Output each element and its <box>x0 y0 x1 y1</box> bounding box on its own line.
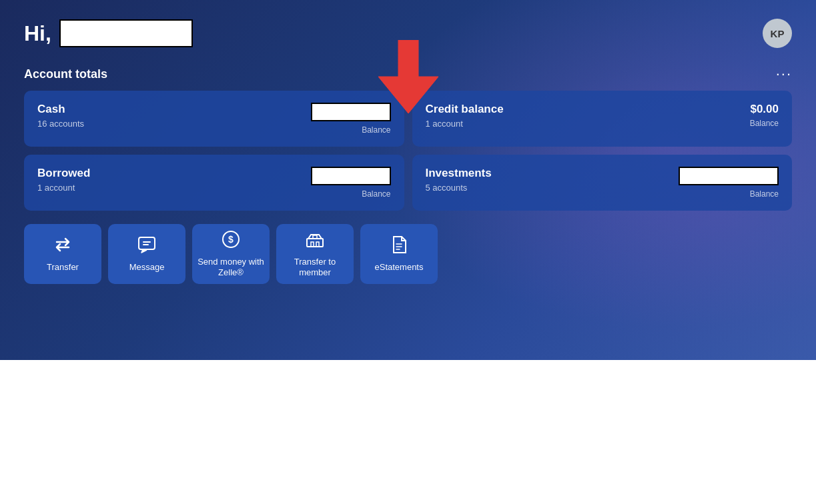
transfer-label: Transfer <box>47 262 79 273</box>
send-money-zelle-button[interactable]: $ Send money with Zelle® <box>192 224 270 284</box>
estatements-button[interactable]: eStatements <box>360 224 438 284</box>
cash-card-sub: 16 accounts <box>37 119 84 129</box>
transfer-member-icon <box>306 230 324 251</box>
arrow-annotation <box>378 40 438 116</box>
svg-marker-0 <box>378 40 438 113</box>
svg-rect-9 <box>313 235 317 239</box>
message-icon <box>137 235 156 257</box>
credit-balance-value: $0.00 <box>750 103 779 116</box>
credit-card-right: $0.00 Balance <box>750 103 779 128</box>
borrowed-card-sub: 1 account <box>37 183 90 193</box>
investments-card-sub: 5 accounts <box>426 183 492 193</box>
borrowed-card-left: Borrowed 1 account <box>37 167 90 193</box>
svg-rect-8 <box>316 242 319 247</box>
cash-card[interactable]: Cash 16 accounts Balance <box>24 91 404 147</box>
transfer-button[interactable]: Transfer <box>24 224 101 284</box>
investments-card[interactable]: Investments 5 accounts Balance <box>412 155 793 211</box>
svg-rect-1 <box>139 237 155 249</box>
message-label: Message <box>129 262 165 273</box>
cash-balance-label: Balance <box>311 125 391 135</box>
avatar[interactable]: KP <box>763 19 792 48</box>
investments-balance-box <box>679 167 779 185</box>
transfer-member-label: Transfer to member <box>282 257 348 277</box>
more-options-button[interactable]: ··· <box>776 67 792 81</box>
account-totals-title: Account totals <box>24 67 107 81</box>
credit-card[interactable]: Credit balance 1 account $0.00 Balance <box>412 91 793 147</box>
zelle-icon: $ <box>222 230 240 251</box>
svg-rect-6 <box>307 239 323 247</box>
borrowed-balance-label: Balance <box>311 189 391 199</box>
investments-card-right: Balance <box>679 167 779 199</box>
greeting-area: Hi, <box>24 19 193 47</box>
credit-balance-label: Balance <box>750 119 779 128</box>
zelle-label: Send money with Zelle® <box>197 257 264 277</box>
investments-card-left: Investments 5 accounts <box>426 167 492 193</box>
borrowed-card[interactable]: Borrowed 1 account Balance <box>24 155 404 211</box>
cash-card-title: Cash <box>37 103 84 116</box>
estatements-icon <box>390 235 408 257</box>
cash-card-left: Cash 16 accounts <box>37 103 84 129</box>
transfer-member-button[interactable]: Transfer to member <box>276 224 354 284</box>
greeting-text: Hi, <box>24 21 51 46</box>
borrowed-balance-box <box>311 167 391 185</box>
transfer-icon <box>53 235 72 257</box>
hero-section: Hi, KP Account totals ··· Cash 16 accoun… <box>0 0 816 360</box>
investments-card-title: Investments <box>426 167 492 180</box>
quick-actions-bar: Transfer Message $ Send money with Ze <box>0 211 816 284</box>
borrowed-card-right: Balance <box>311 167 391 199</box>
svg-text:$: $ <box>228 234 234 245</box>
message-button[interactable]: Message <box>108 224 185 284</box>
investments-balance-label: Balance <box>679 189 779 199</box>
bottom-area <box>0 360 816 504</box>
estatements-label: eStatements <box>375 262 424 273</box>
credit-card-sub: 1 account <box>426 119 504 129</box>
greeting-name-box <box>59 19 193 47</box>
borrowed-card-title: Borrowed <box>37 167 90 180</box>
svg-rect-7 <box>311 242 314 247</box>
